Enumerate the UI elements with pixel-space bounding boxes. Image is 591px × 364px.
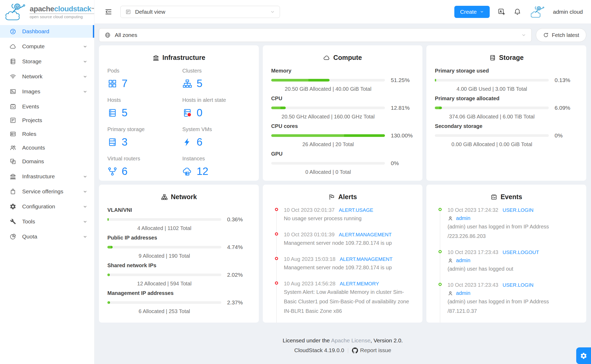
hdd-icon (489, 54, 496, 61)
page-footer: Licensed under the Apache License, Versi… (94, 323, 591, 353)
timeline-dot (275, 257, 278, 260)
meter-detail: 20.50 GHz Allocated | 160.00 GHz Total (271, 114, 385, 120)
alert-head: 10 Aug 2023 15:03:18ALERT.MANAGEMENT (284, 256, 414, 262)
stat-value[interactable]: 12 (182, 165, 208, 177)
sidebar-item-label: Infrastructure (22, 173, 77, 180)
infra-stat-hosts-in-alert-state: Hosts in alert state0 (182, 97, 250, 119)
event-type-link[interactable]: USER.LOGOUT (503, 250, 539, 255)
sidebar-item-network[interactable]: Network (0, 70, 94, 83)
sidebar-item-accounts[interactable]: Accounts (0, 141, 94, 154)
stat-value[interactable]: 3 (107, 136, 127, 148)
stat-value[interactable]: 6 (182, 136, 202, 148)
sidebar-item-configuration[interactable]: Configuration (0, 200, 94, 213)
alert-time: 10 Aug 2023 14:56:28 (284, 281, 336, 287)
meter-fill (271, 79, 330, 82)
app-root: apachecloudstack™ open source cloud comp… (0, 0, 591, 364)
stat-value[interactable]: 7 (107, 78, 127, 89)
create-button[interactable]: Create (454, 6, 490, 18)
meter-percent: 2.02% (227, 272, 250, 278)
zone-select[interactable]: All zones (99, 28, 532, 42)
event-type-link[interactable]: USER.LOGIN (503, 207, 533, 213)
settings-fab-button[interactable] (576, 347, 591, 364)
github-icon (352, 347, 358, 353)
meter-detail: 4 Allocated | 1102 Total (107, 225, 221, 231)
alert-time: 10 Oct 2023 02:01:37 (284, 207, 335, 213)
alert-item: 10 Aug 2023 15:03:18ALERT.MANAGEMENTMana… (275, 256, 414, 272)
bank-icon (9, 173, 16, 180)
meter-detail: 6 Allocated | 253 Total (107, 308, 221, 314)
sidebar-item-compute[interactable]: Compute (0, 40, 94, 53)
meter-rail (107, 274, 221, 276)
sidebar-item-label: Configuration (22, 203, 77, 210)
event-user-link[interactable]: admin (456, 290, 470, 296)
meter-detail: 0.00 GiB Allocated | 0.00 GiB Total (435, 141, 549, 147)
report-issue-link[interactable]: Report issue (352, 347, 391, 353)
event-user-link[interactable]: admin (456, 215, 470, 221)
event-head: 10 Oct 2023 17:23:43USER.LOGIN (447, 282, 578, 288)
alert-message: Basic Cluster1 pod Sim-Basic-Pod of avai… (284, 298, 414, 306)
events-card: Events 10 Oct 2023 17:24:32USER.LOGINadm… (426, 185, 586, 323)
sidebar-item-roles[interactable]: Roles (0, 128, 94, 140)
alert-type-link[interactable]: ALERT.MEMORY (340, 281, 379, 287)
user-name[interactable]: admin cloud (553, 9, 583, 15)
view-select[interactable]: Default view (120, 6, 280, 18)
infrastructure-card: Infrastructure Pods7Clusters5Hosts5Hosts… (99, 45, 259, 181)
cluster-icon (182, 79, 192, 89)
sidebar-item-label: Accounts (22, 145, 87, 151)
event-type-link[interactable]: USER.LOGIN (503, 282, 533, 288)
fetch-latest-button[interactable]: Fetch latest (536, 28, 586, 42)
sidebar-item-service-offerings[interactable]: Service offerings (0, 185, 94, 198)
sidebar-item-dashboard[interactable]: Dashboard (0, 25, 94, 38)
stat-label: Primary storage (107, 126, 182, 132)
meter-percent: 0.36% (227, 216, 250, 223)
alert-time: 10 Aug 2023 15:03:18 (284, 256, 336, 262)
sidebar-item-infrastructure[interactable]: Infrastructure (0, 170, 94, 183)
stat-value[interactable]: 0 (182, 107, 202, 119)
chevron-down-icon (83, 174, 87, 179)
sidebar-item-label: Domains (22, 158, 87, 165)
stat-number: 5 (197, 78, 202, 89)
stat-value[interactable]: 6 (107, 165, 127, 177)
sidebar-item-projects[interactable]: Projects (0, 114, 94, 127)
sidebar-item-storage[interactable]: Storage (0, 55, 94, 68)
sidebar-item-label: Images (22, 88, 77, 95)
alert-type-link[interactable]: ALERT.MANAGEMENT (339, 232, 392, 238)
sidebar-item-label: Roles (22, 131, 87, 137)
alert-head: 10 Aug 2023 14:56:28ALERT.MEMORY (284, 281, 414, 287)
sidebar-item-tools[interactable]: Tools (0, 215, 94, 228)
notifications-bell-icon[interactable] (513, 8, 521, 16)
menu-fold-icon[interactable] (104, 8, 112, 16)
footer-divider: | (347, 347, 349, 353)
wifi-icon (9, 73, 16, 80)
network-meters: VLAN/VNI0.36%4 Allocated | 1102 TotalPub… (107, 207, 250, 314)
sidebar-item-domains[interactable]: Domains (0, 155, 94, 168)
event-user-row: admin (447, 215, 578, 221)
user-avatar[interactable] (529, 6, 545, 18)
sidebar-item-events[interactable]: Events (0, 100, 94, 113)
meter-percent: 130.00% (391, 132, 414, 139)
apache-license-link[interactable]: Apache License (331, 337, 370, 343)
event-time: 10 Oct 2023 17:24:32 (447, 207, 498, 213)
stat-number: 7 (122, 78, 127, 89)
alert-type-link[interactable]: ALERT.USAGE (339, 207, 373, 213)
stat-label: Hosts in alert state (182, 97, 250, 103)
meter-primary-storage-allocated: Primary storage allocated6.09%374.06 GiB… (435, 95, 578, 120)
sidebar-item-quota[interactable]: Quota (0, 230, 94, 243)
translate-icon[interactable] (498, 8, 506, 16)
event-user-link[interactable]: admin (456, 257, 470, 264)
cloud-icon (9, 43, 16, 50)
stat-value[interactable]: 5 (107, 107, 127, 119)
infra-stat-hosts: Hosts5 (107, 97, 182, 119)
dashboard-grid: Infrastructure Pods7Clusters5Hosts5Hosts… (94, 42, 591, 323)
meter-label: GPU (271, 151, 414, 157)
meter-memory: Memory51.25%20.50 GiB Allocated | 40.00 … (271, 68, 414, 92)
stat-value[interactable]: 5 (182, 78, 202, 89)
alert-message: IN-BLR1 Basic Zone x86 (284, 307, 414, 315)
calendar-check-icon (490, 194, 497, 200)
pie-icon (9, 233, 16, 240)
sidebar-item-images[interactable]: Images (0, 85, 94, 98)
sidebar-item-label: Service offerings (22, 188, 77, 195)
alert-type-link[interactable]: ALERT.MANAGEMENT (340, 256, 392, 262)
stat-number: 5 (122, 107, 127, 119)
card-title-text: Network (171, 193, 197, 201)
